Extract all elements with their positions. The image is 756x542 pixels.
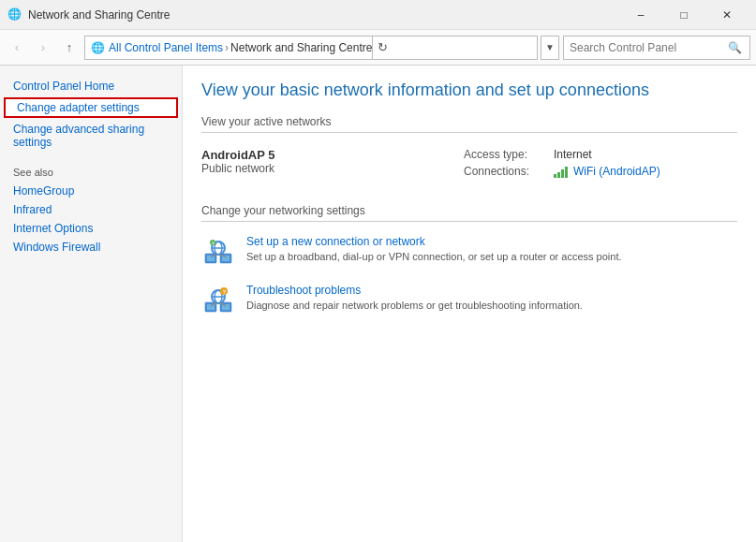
active-networks-header: View your active networks (201, 115, 737, 133)
breadcrumb-icon: 🌐 (91, 41, 105, 54)
refresh-button[interactable]: ↻ (372, 36, 393, 60)
sidebar-item-change-advanced-sharing[interactable]: Change advanced sharing settings (0, 120, 182, 152)
window-controls: – □ ✕ (619, 0, 749, 30)
wifi-bars-icon (554, 165, 568, 178)
page-title: View your basic network information and … (201, 81, 737, 100)
breadcrumb-separator: › (225, 41, 229, 54)
network-name: AndroidAP 5 (201, 148, 464, 162)
content-area: View your basic network information and … (183, 66, 756, 542)
app-icon: 🌐 (7, 7, 22, 22)
troubleshoot-icon: ? (201, 284, 235, 317)
network-name-area: AndroidAP 5 Public network (201, 144, 464, 179)
access-type-label: Access type: (464, 148, 548, 161)
connections-label: Connections: (464, 165, 548, 178)
wifi-connection-link[interactable]: WiFi (AndroidAP) (554, 165, 660, 178)
see-also-label: See also (0, 152, 182, 182)
svg-text:+: + (212, 240, 215, 245)
troubleshoot-item: ? Troubleshoot problems Diagnose and rep… (201, 284, 737, 317)
access-type-value: Internet (554, 148, 592, 161)
setup-connection-text: Set up a new connection or network Set u… (246, 235, 622, 263)
wifi-bar-1 (554, 174, 556, 178)
setup-connection-item: + Set up a new connection or network Set… (201, 235, 737, 269)
sidebar-item-internet-options[interactable]: Internet Options (0, 219, 182, 238)
connections-row: Connections: WiFi (AndroidAP) (464, 165, 660, 178)
network-access-area: Access type: Internet Connections: WiFi … (464, 144, 660, 185)
network-type: Public network (201, 162, 464, 175)
wifi-bar-4 (565, 167, 568, 178)
maximize-button[interactable]: □ (662, 0, 705, 30)
forward-button[interactable]: › (32, 37, 54, 59)
addressbar: ‹ › ↑ 🌐 All Control Panel Items › Networ… (0, 30, 756, 66)
network-info-box: AndroidAP 5 Public network Access type: … (201, 144, 737, 185)
sidebar-item-homegroup[interactable]: HomeGroup (0, 182, 182, 200)
settings-section-header: Change your networking settings (201, 204, 737, 222)
breadcrumb-control-panel[interactable]: All Control Panel Items (109, 41, 223, 54)
minimize-button[interactable]: – (619, 0, 662, 30)
wifi-bar-3 (561, 169, 564, 178)
sidebar-item-control-panel-home[interactable]: Control Panel Home (0, 77, 182, 95)
setup-connection-link[interactable]: Set up a new connection or network (246, 235, 622, 248)
main-container: Control Panel Home Change adapter settin… (0, 66, 756, 542)
wifi-bar-2 (557, 172, 560, 178)
window-title: Network and Sharing Centre (28, 8, 619, 22)
sidebar-item-infrared[interactable]: Infrared (0, 200, 182, 219)
sidebar: Control Panel Home Change adapter settin… (0, 66, 183, 542)
close-button[interactable]: ✕ (705, 0, 749, 30)
sidebar-item-windows-firewall[interactable]: Windows Firewall (0, 238, 182, 256)
titlebar: 🌐 Network and Sharing Centre – □ ✕ (0, 0, 756, 30)
address-dropdown[interactable]: ▼ (541, 36, 559, 60)
setup-connection-desc: Set up a broadband, dial-up or VPN conne… (246, 251, 622, 262)
breadcrumb-current: Network and Sharing Centre (230, 41, 372, 54)
setup-connection-icon: + (201, 235, 235, 269)
wifi-connection-label: WiFi (AndroidAP) (573, 165, 660, 178)
troubleshoot-text: Troubleshoot problems Diagnose and repai… (246, 284, 583, 312)
back-button[interactable]: ‹ (6, 37, 28, 59)
sidebar-item-change-adapter[interactable]: Change adapter settings (4, 97, 178, 118)
troubleshoot-desc: Diagnose and repair network problems or … (246, 300, 583, 311)
svg-text:?: ? (223, 289, 227, 295)
access-type-row: Access type: Internet (464, 148, 660, 161)
search-box[interactable]: 🔍 (563, 36, 750, 60)
search-icon[interactable]: 🔍 (725, 37, 744, 59)
search-input[interactable] (570, 41, 725, 54)
troubleshoot-link[interactable]: Troubleshoot problems (246, 284, 583, 297)
address-box[interactable]: 🌐 All Control Panel Items › Network and … (84, 36, 538, 60)
up-button[interactable]: ↑ (58, 37, 81, 59)
